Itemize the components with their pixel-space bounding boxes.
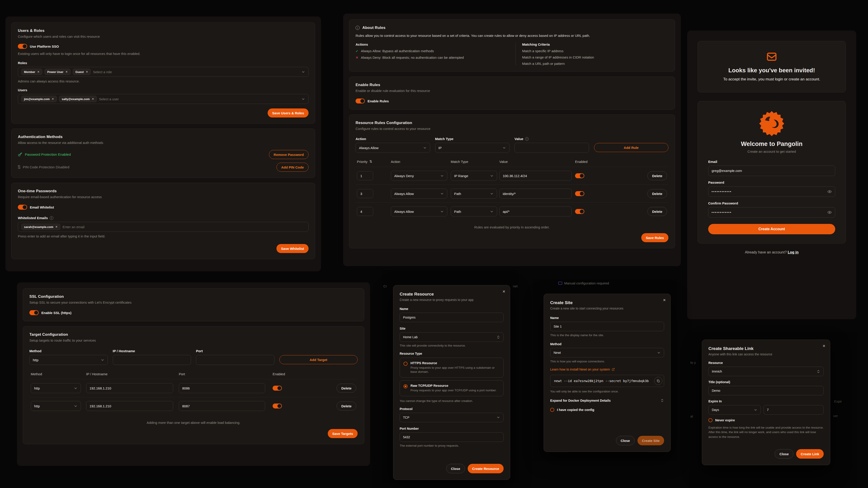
- whitelist-email-input[interactable]: sarah@example.com✕ Enter an email: [18, 222, 309, 232]
- rule-match-select[interactable]: Path: [451, 189, 497, 199]
- remove-chip-icon[interactable]: ✕: [52, 97, 54, 101]
- priority-header[interactable]: Priority⇅: [357, 160, 391, 164]
- password-field[interactable]: ••••••••••••: [708, 186, 835, 197]
- save-whitelist-button[interactable]: Save Whitelist: [276, 244, 309, 253]
- delete-rule-button[interactable]: Delete: [647, 207, 667, 216]
- target-port-input[interactable]: 8087: [179, 401, 265, 411]
- add-target-button[interactable]: Add Target: [279, 355, 358, 364]
- newt-config-code[interactable]: newt --id ea7esnw28kj2tpn --secret by7jf…: [550, 375, 664, 387]
- port-number-input[interactable]: 5432: [400, 432, 504, 442]
- remove-chip-icon[interactable]: ✕: [55, 225, 58, 228]
- rule-action-select[interactable]: Always Allow: [391, 189, 447, 199]
- site-select[interactable]: Home Lab: [400, 332, 504, 342]
- rule-value-input[interactable]: api/*: [499, 206, 572, 217]
- target-ip-input[interactable]: 192.168.1.210: [86, 383, 173, 393]
- remove-chip-icon[interactable]: ✕: [65, 70, 68, 73]
- save-users-roles-button[interactable]: Save Users & Roles: [268, 108, 309, 118]
- rule-match-select[interactable]: IP Range: [451, 171, 497, 181]
- rule-value-input[interactable]: identity/*: [499, 189, 572, 199]
- role-chip[interactable]: Power User✕: [44, 69, 70, 75]
- port-input[interactable]: [196, 355, 274, 365]
- value-input[interactable]: [515, 143, 589, 153]
- delete-target-button[interactable]: Delete: [337, 384, 356, 393]
- remove-password-button[interactable]: Remove Password: [269, 150, 309, 159]
- priority-input[interactable]: 1: [357, 171, 373, 180]
- target-method-select[interactable]: http: [31, 383, 81, 393]
- radio-icon[interactable]: [550, 408, 554, 412]
- enable-rules-toggle[interactable]: [355, 98, 365, 103]
- add-pin-code-button[interactable]: Add PIN Code: [276, 163, 309, 172]
- https-resource-option[interactable]: HTTPS Resource Proxy requests to your ap…: [400, 358, 504, 378]
- eye-icon[interactable]: [827, 189, 832, 194]
- eye-icon[interactable]: [827, 210, 832, 215]
- rule-enabled-toggle[interactable]: [575, 173, 584, 178]
- info-icon[interactable]: i: [525, 137, 529, 141]
- save-targets-button[interactable]: Save Targets: [328, 429, 358, 438]
- roles-multiselect[interactable]: Member✕ Power User✕ Guest✕ Select a role: [18, 67, 309, 77]
- match-type-select[interactable]: IP: [435, 143, 510, 153]
- login-link[interactable]: Log in: [788, 250, 799, 254]
- close-button[interactable]: Close: [446, 464, 465, 473]
- role-chip[interactable]: Guest✕: [73, 69, 91, 75]
- rule-enabled-toggle[interactable]: [575, 191, 584, 196]
- docker-details-expander[interactable]: Expand for Docker Deployment Details: [550, 398, 664, 402]
- method-select[interactable]: http: [29, 355, 108, 365]
- rule-action-select[interactable]: Always Deny: [391, 171, 447, 181]
- user-chip[interactable]: jim@example.com✕: [21, 96, 57, 102]
- site-name-input[interactable]: Site 1: [550, 322, 664, 331]
- email-field[interactable]: greg@example.com: [708, 166, 835, 176]
- install-newt-link[interactable]: Learn how to install Newt on your system: [550, 367, 664, 371]
- rule-match-select[interactable]: Path: [451, 206, 497, 217]
- target-port-input[interactable]: 8086: [179, 383, 265, 393]
- platform-sso-toggle[interactable]: [18, 44, 27, 49]
- target-enabled-toggle[interactable]: [273, 403, 282, 409]
- email-chip[interactable]: sarah@example.com✕: [21, 224, 60, 230]
- remove-chip-icon[interactable]: ✕: [37, 70, 39, 73]
- enable-ssl-toggle[interactable]: [29, 310, 39, 315]
- add-rule-button[interactable]: Add Rule: [594, 143, 669, 152]
- close-icon[interactable]: ✕: [663, 298, 666, 302]
- expire-unit-select[interactable]: Days: [708, 405, 761, 415]
- target-enabled-toggle[interactable]: [273, 386, 282, 391]
- email-whitelist-toggle[interactable]: [18, 205, 27, 210]
- link-title-input[interactable]: Demo: [708, 386, 824, 395]
- copy-button[interactable]: [654, 377, 662, 385]
- create-account-button[interactable]: Create Account: [708, 224, 835, 234]
- ip-hostname-input[interactable]: [113, 355, 191, 365]
- create-resource-button[interactable]: Create Resource: [468, 464, 504, 473]
- rule-enabled-toggle[interactable]: [575, 209, 584, 214]
- role-chip[interactable]: Member✕: [21, 69, 42, 75]
- create-link-button[interactable]: Create Link: [796, 449, 824, 459]
- resource-name-input[interactable]: Postgres: [400, 313, 504, 322]
- rule-value-input[interactable]: 100.36.112.4/24: [499, 171, 572, 181]
- radio-selected-icon[interactable]: [403, 384, 408, 388]
- close-button[interactable]: Close: [775, 449, 794, 459]
- resource-select[interactable]: Immich: [708, 367, 824, 376]
- delete-target-button[interactable]: Delete: [337, 401, 356, 411]
- close-button[interactable]: Close: [616, 436, 635, 445]
- priority-input[interactable]: 3: [357, 189, 373, 198]
- remove-chip-icon[interactable]: ✕: [92, 97, 94, 101]
- close-icon[interactable]: ✕: [502, 289, 505, 294]
- user-chip[interactable]: sally@example.com✕: [59, 96, 97, 102]
- rule-action-select[interactable]: Always Allow: [391, 206, 447, 217]
- expire-value-input[interactable]: 7: [764, 405, 824, 415]
- close-icon[interactable]: ✕: [823, 344, 826, 348]
- confirm-password-field[interactable]: ••••••••••••: [708, 207, 835, 218]
- radio-icon[interactable]: [403, 362, 408, 366]
- protocol-select[interactable]: TCP: [400, 413, 504, 422]
- target-method-select[interactable]: http: [31, 401, 81, 411]
- radio-icon[interactable]: [708, 418, 712, 422]
- delete-rule-button[interactable]: Delete: [647, 189, 667, 198]
- never-expire-option[interactable]: Never expire: [708, 418, 824, 422]
- remove-chip-icon[interactable]: ✕: [86, 70, 88, 73]
- tcp-udp-resource-option[interactable]: Raw TCP/UDP Resource Proxy requests to y…: [400, 380, 504, 396]
- copied-config-option[interactable]: I have copied the config: [550, 408, 664, 412]
- target-ip-input[interactable]: 192.168.1.210: [86, 401, 173, 411]
- priority-input[interactable]: 4: [357, 207, 373, 216]
- info-icon[interactable]: i: [50, 216, 53, 220]
- method-select[interactable]: Newt: [550, 348, 664, 357]
- action-select[interactable]: Always Allow: [355, 143, 430, 153]
- users-multiselect[interactable]: jim@example.com✕ sally@example.com✕ Sele…: [18, 94, 309, 104]
- delete-rule-button[interactable]: Delete: [647, 171, 667, 180]
